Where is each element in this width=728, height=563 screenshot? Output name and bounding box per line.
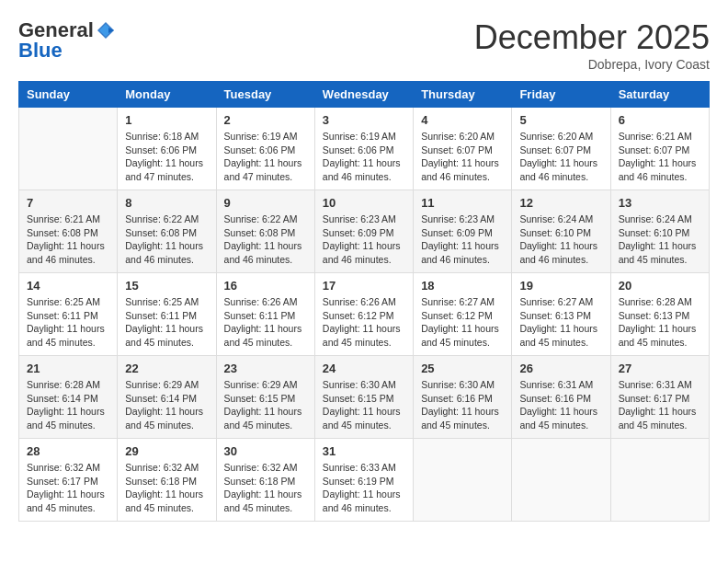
day-info: Sunrise: 6:18 AM Sunset: 6:06 PM Dayligh… <box>125 130 208 184</box>
day-info: Sunrise: 6:30 AM Sunset: 6:16 PM Dayligh… <box>421 378 504 432</box>
calendar-cell: 21Sunrise: 6:28 AM Sunset: 6:14 PM Dayli… <box>19 356 118 439</box>
calendar-cell: 4Sunrise: 6:20 AM Sunset: 6:07 PM Daylig… <box>414 108 512 190</box>
day-info: Sunrise: 6:25 AM Sunset: 6:11 PM Dayligh… <box>125 295 208 350</box>
calendar-cell: 28Sunrise: 6:32 AM Sunset: 6:17 PM Dayli… <box>19 439 118 522</box>
calendar-cell: 12Sunrise: 6:24 AM Sunset: 6:10 PM Dayli… <box>512 190 610 273</box>
day-info: Sunrise: 6:32 AM Sunset: 6:18 PM Dayligh… <box>224 461 307 515</box>
calendar-cell <box>19 108 118 190</box>
calendar-cell: 18Sunrise: 6:27 AM Sunset: 6:12 PM Dayli… <box>414 273 512 356</box>
day-number: 9 <box>224 196 307 210</box>
day-of-week-header: Wednesday <box>314 82 413 108</box>
day-number: 27 <box>619 362 701 375</box>
logo-icon <box>96 20 116 40</box>
day-info: Sunrise: 6:29 AM Sunset: 6:14 PM Dayligh… <box>125 378 208 432</box>
calendar-cell: 3Sunrise: 6:19 AM Sunset: 6:06 PM Daylig… <box>314 108 413 190</box>
day-number: 24 <box>323 362 405 375</box>
day-number: 10 <box>323 196 405 210</box>
calendar-cell: 16Sunrise: 6:26 AM Sunset: 6:11 PM Dayli… <box>216 273 314 356</box>
calendar-cell: 25Sunrise: 6:30 AM Sunset: 6:16 PM Dayli… <box>414 356 512 439</box>
calendar-cell: 24Sunrise: 6:30 AM Sunset: 6:15 PM Dayli… <box>314 356 413 439</box>
day-number: 16 <box>224 279 307 293</box>
calendar-header-row: SundayMondayTuesdayWednesdayThursdayFrid… <box>19 82 710 108</box>
day-info: Sunrise: 6:20 AM Sunset: 6:07 PM Dayligh… <box>421 130 504 184</box>
day-info: Sunrise: 6:23 AM Sunset: 6:09 PM Dayligh… <box>421 213 504 267</box>
day-info: Sunrise: 6:22 AM Sunset: 6:08 PM Dayligh… <box>125 213 208 267</box>
day-info: Sunrise: 6:20 AM Sunset: 6:07 PM Dayligh… <box>519 130 602 184</box>
calendar-cell: 10Sunrise: 6:23 AM Sunset: 6:09 PM Dayli… <box>314 190 413 273</box>
calendar-cell: 5Sunrise: 6:20 AM Sunset: 6:07 PM Daylig… <box>512 108 610 190</box>
calendar-cell: 22Sunrise: 6:29 AM Sunset: 6:14 PM Dayli… <box>118 356 216 439</box>
day-number: 3 <box>323 113 405 127</box>
day-info: Sunrise: 6:19 AM Sunset: 6:06 PM Dayligh… <box>224 130 307 184</box>
day-info: Sunrise: 6:32 AM Sunset: 6:18 PM Dayligh… <box>125 461 208 515</box>
day-number: 14 <box>27 279 109 293</box>
day-info: Sunrise: 6:24 AM Sunset: 6:10 PM Dayligh… <box>519 213 602 267</box>
calendar-cell <box>414 439 512 522</box>
calendar-cell: 20Sunrise: 6:28 AM Sunset: 6:13 PM Dayli… <box>610 273 709 356</box>
day-number: 20 <box>619 279 701 293</box>
calendar-cell: 14Sunrise: 6:25 AM Sunset: 6:11 PM Dayli… <box>19 273 118 356</box>
day-number: 5 <box>519 113 602 127</box>
calendar-cell: 30Sunrise: 6:32 AM Sunset: 6:18 PM Dayli… <box>216 439 314 522</box>
day-info: Sunrise: 6:19 AM Sunset: 6:06 PM Dayligh… <box>323 130 405 184</box>
day-number: 17 <box>323 279 405 293</box>
calendar-cell: 23Sunrise: 6:29 AM Sunset: 6:15 PM Dayli… <box>216 356 314 439</box>
day-info: Sunrise: 6:31 AM Sunset: 6:17 PM Dayligh… <box>619 378 701 432</box>
day-of-week-header: Saturday <box>610 82 709 108</box>
day-of-week-header: Friday <box>512 82 610 108</box>
calendar-week-row: 14Sunrise: 6:25 AM Sunset: 6:11 PM Dayli… <box>19 273 710 356</box>
day-of-week-header: Monday <box>118 82 216 108</box>
day-number: 31 <box>323 444 405 458</box>
calendar-cell: 19Sunrise: 6:27 AM Sunset: 6:13 PM Dayli… <box>512 273 610 356</box>
day-of-week-header: Sunday <box>19 82 118 108</box>
day-of-week-header: Thursday <box>414 82 512 108</box>
calendar-week-row: 21Sunrise: 6:28 AM Sunset: 6:14 PM Dayli… <box>19 356 710 439</box>
day-number: 1 <box>125 113 208 127</box>
day-info: Sunrise: 6:21 AM Sunset: 6:08 PM Dayligh… <box>27 213 109 267</box>
day-info: Sunrise: 6:33 AM Sunset: 6:19 PM Dayligh… <box>323 461 405 515</box>
day-number: 7 <box>27 196 109 210</box>
calendar-cell: 15Sunrise: 6:25 AM Sunset: 6:11 PM Dayli… <box>118 273 216 356</box>
day-info: Sunrise: 6:27 AM Sunset: 6:12 PM Dayligh… <box>421 295 504 350</box>
day-info: Sunrise: 6:29 AM Sunset: 6:15 PM Dayligh… <box>224 378 307 432</box>
day-number: 6 <box>619 113 701 127</box>
day-info: Sunrise: 6:21 AM Sunset: 6:07 PM Dayligh… <box>619 130 701 184</box>
calendar-cell: 31Sunrise: 6:33 AM Sunset: 6:19 PM Dayli… <box>314 439 413 522</box>
day-info: Sunrise: 6:26 AM Sunset: 6:12 PM Dayligh… <box>323 295 405 350</box>
day-number: 8 <box>125 196 208 210</box>
calendar-cell: 9Sunrise: 6:22 AM Sunset: 6:08 PM Daylig… <box>216 190 314 273</box>
month-title: December 2025 <box>474 18 710 57</box>
day-number: 15 <box>125 279 208 293</box>
logo-blue-text: Blue <box>18 39 63 63</box>
location-text: Dobrepa, Ivory Coast <box>474 57 710 72</box>
calendar-cell: 13Sunrise: 6:24 AM Sunset: 6:10 PM Dayli… <box>610 190 709 273</box>
day-number: 28 <box>27 444 109 458</box>
day-number: 26 <box>519 362 602 375</box>
calendar-cell: 7Sunrise: 6:21 AM Sunset: 6:08 PM Daylig… <box>19 190 118 273</box>
calendar-cell: 11Sunrise: 6:23 AM Sunset: 6:09 PM Dayli… <box>414 190 512 273</box>
day-info: Sunrise: 6:28 AM Sunset: 6:13 PM Dayligh… <box>619 295 701 350</box>
day-number: 21 <box>27 362 109 375</box>
calendar-week-row: 28Sunrise: 6:32 AM Sunset: 6:17 PM Dayli… <box>19 439 710 522</box>
day-info: Sunrise: 6:25 AM Sunset: 6:11 PM Dayligh… <box>27 295 109 350</box>
day-number: 30 <box>224 444 307 458</box>
day-number: 29 <box>125 444 208 458</box>
day-number: 13 <box>619 196 701 210</box>
day-number: 12 <box>519 196 602 210</box>
day-number: 25 <box>421 362 504 375</box>
day-info: Sunrise: 6:22 AM Sunset: 6:08 PM Dayligh… <box>224 213 307 267</box>
calendar-cell: 27Sunrise: 6:31 AM Sunset: 6:17 PM Dayli… <box>610 356 709 439</box>
calendar-cell: 26Sunrise: 6:31 AM Sunset: 6:16 PM Dayli… <box>512 356 610 439</box>
day-info: Sunrise: 6:23 AM Sunset: 6:09 PM Dayligh… <box>323 213 405 267</box>
calendar-cell: 2Sunrise: 6:19 AM Sunset: 6:06 PM Daylig… <box>216 108 314 190</box>
day-number: 18 <box>421 279 504 293</box>
calendar-week-row: 7Sunrise: 6:21 AM Sunset: 6:08 PM Daylig… <box>19 190 710 273</box>
calendar-cell <box>610 439 709 522</box>
calendar-week-row: 1Sunrise: 6:18 AM Sunset: 6:06 PM Daylig… <box>19 108 710 190</box>
calendar-cell <box>512 439 610 522</box>
day-info: Sunrise: 6:28 AM Sunset: 6:14 PM Dayligh… <box>27 378 109 432</box>
day-info: Sunrise: 6:30 AM Sunset: 6:15 PM Dayligh… <box>323 378 405 432</box>
day-number: 4 <box>421 113 504 127</box>
logo: General Blue <box>18 18 116 63</box>
day-info: Sunrise: 6:32 AM Sunset: 6:17 PM Dayligh… <box>27 461 109 515</box>
